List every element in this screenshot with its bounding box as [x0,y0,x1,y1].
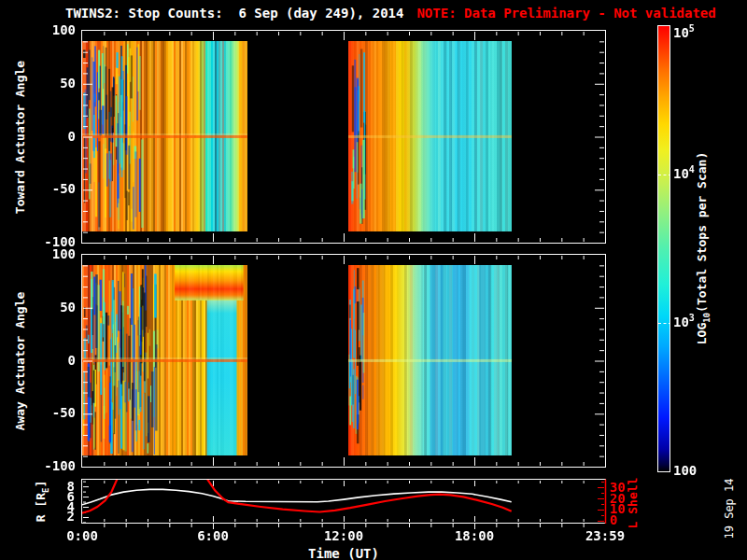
title-note: NOTE: Data Preliminary - Not validated [416,6,715,21]
tick-label: 12:00 [324,528,363,543]
tick-label: 6:00 [197,528,229,543]
colorbar [657,25,670,472]
tick-label: 103 [673,313,695,329]
heatmap-away-block-0 [82,265,247,455]
tick-label: -100 [44,234,76,249]
tick-label: -100 [44,458,76,473]
tick-label: 10 [610,501,626,516]
tick-label: 4 [67,499,75,514]
tick-label: 23:59 [585,528,625,543]
tick-label: 100 [52,246,76,261]
toward-axis-title: Toward Actuator Angle [13,61,27,214]
tick-label: 8 [67,479,75,494]
tick-label: 2 [67,509,75,524]
r-axis-title: R [RE] [34,481,50,523]
tick-label: 105 [673,23,695,40]
colorbar-axis-title: LOG10(Total Stops per Scan) [695,152,712,345]
heatmap-toward-block-0 [82,41,247,231]
tick-label: 18:00 [455,528,494,543]
tick-label: 100 [52,22,76,37]
tick-label: 100 [673,463,697,478]
tick-label: 0 [610,512,617,527]
l-shell-axis-title: L Shell [626,478,640,529]
tick-label: -50 [52,405,76,420]
heatmap-away-block-1 [348,265,512,455]
title-main: TWINS2: Stop Counts: 6 Sep (day 249), 20… [65,6,403,21]
tick-label: 0 [68,353,76,368]
date-stamp: 19 Sep 14 [723,478,736,539]
heatmap-toward-block-1 [348,41,512,231]
tick-label: 20 [610,491,626,506]
away-axis-title: Away Actuator Angle [13,292,27,431]
tick-label: 50 [60,76,76,91]
colorbar-gradient [658,26,669,471]
time-axis-title: Time (UT) [222,546,465,560]
tick-label: 104 [673,164,695,181]
tick-label: 30 [610,480,626,495]
panel-orbit-lines [81,479,606,524]
tick-label: 50 [60,300,76,315]
tick-label: -50 [52,181,76,196]
tick-label: 0 [68,129,76,144]
tick-label: 6 [67,489,75,504]
tick-label: 0:00 [66,528,98,543]
title: TWINS2: Stop Counts: 6 Sep (day 249), 20… [65,6,716,21]
plot-stage: TWINS2: Stop Counts: 6 Sep (day 249), 20… [0,0,747,560]
